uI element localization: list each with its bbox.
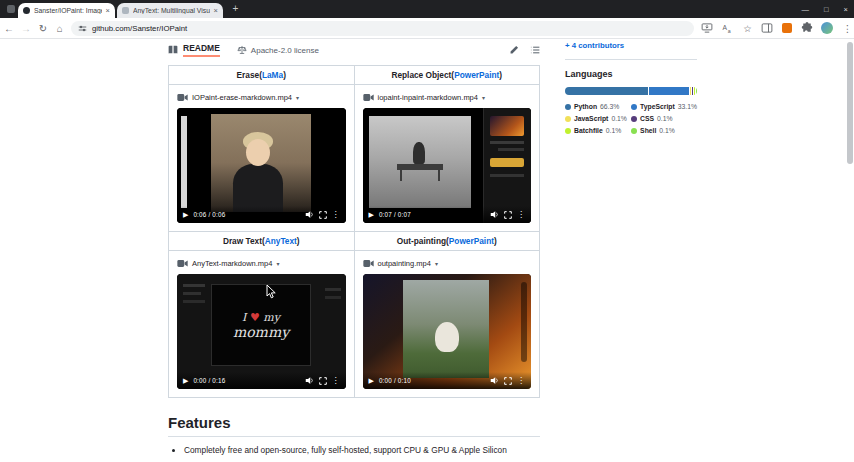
video-art	[490, 158, 524, 167]
tab-anytext[interactable]: AnyText: Multilingual Visual ... ×	[117, 3, 223, 18]
video-art	[183, 300, 205, 303]
header-text: Erase(	[237, 70, 262, 80]
fullscreen-icon[interactable]	[504, 377, 512, 385]
extensions-puzzle-icon[interactable]	[801, 22, 814, 35]
language-bar[interactable]	[565, 87, 697, 95]
video-art	[400, 170, 440, 181]
language-name: CSS	[640, 115, 654, 122]
browser-menu-icon[interactable]: ⋮	[841, 22, 854, 35]
address-bar[interactable]: github.com/Sanster/IOPaint	[71, 21, 694, 36]
chevron-down-icon: ▾	[482, 94, 485, 101]
license-link[interactable]: Apache-2.0 license	[237, 45, 319, 55]
edit-pencil-icon[interactable]	[509, 45, 519, 55]
play-button[interactable]: ▶	[369, 377, 374, 385]
side-panel-icon[interactable]	[761, 22, 774, 35]
minimize-button[interactable]: —	[802, 5, 810, 14]
video-art	[413, 142, 425, 164]
language-bar-segment	[692, 87, 693, 95]
bookmark-star-icon[interactable]: ☆	[741, 22, 754, 35]
heart-icon: ♥	[250, 311, 260, 324]
fullscreen-icon[interactable]	[319, 211, 327, 219]
language-python[interactable]: Python 66.3%	[565, 103, 629, 110]
tab-close-icon[interactable]: ×	[214, 6, 218, 15]
browser-toolbar: ← → ↻ ⌂ github.com/Sanster/IOPaint A	[0, 18, 854, 39]
close-window-button[interactable]: ×	[844, 5, 848, 14]
video-details-toggle[interactable]: IOPaint-erase-markdown.mp4 ▾	[177, 93, 346, 102]
video-details-toggle[interactable]: iopaint-inpaint-markdown.mp4 ▾	[363, 93, 532, 102]
table-header-draw-text: Draw Text(AnyText)	[169, 232, 355, 251]
volume-icon[interactable]	[305, 210, 314, 219]
more-options-icon[interactable]: ⋮	[517, 376, 525, 385]
video-details-toggle[interactable]: outpainting.mp4 ▾	[363, 259, 532, 268]
language-typescript[interactable]: TypeScript 33.1%	[631, 103, 697, 110]
video-details-toggle[interactable]: AnyText-markdown.mp4 ▾	[177, 259, 346, 268]
profile-avatar[interactable]	[821, 22, 834, 35]
link-powerpaint[interactable]: PowerPaint	[454, 70, 499, 80]
scrollbar-thumb[interactable]	[847, 42, 853, 164]
svg-text:A: A	[723, 24, 728, 31]
language-shell[interactable]: Shell 0.1%	[631, 127, 697, 134]
volume-icon[interactable]	[490, 376, 499, 385]
volume-icon[interactable]	[490, 210, 499, 219]
volume-icon[interactable]	[305, 376, 314, 385]
table-cell-erase-video: IOPaint-erase-markdown.mp4 ▾ ▶	[169, 85, 355, 232]
install-app-icon[interactable]	[701, 22, 714, 35]
anytext-line1: I ♥ my	[242, 311, 280, 324]
chevron-down-icon: ▾	[276, 260, 279, 267]
site-settings-icon[interactable]	[78, 24, 87, 33]
play-button[interactable]: ▶	[183, 211, 188, 219]
video-filename: AnyText-markdown.mp4	[192, 259, 272, 268]
language-percent: 33.1%	[678, 103, 697, 110]
back-button[interactable]: ←	[1, 23, 17, 34]
more-options-icon[interactable]: ⋮	[332, 376, 340, 385]
feature-text: Completely free and open-source, fully s…	[184, 445, 507, 455]
language-bar-segment	[694, 87, 695, 95]
readme-content: README Apache-2.0 license	[168, 42, 540, 462]
outline-list-icon[interactable]	[530, 45, 540, 55]
video-art	[183, 292, 201, 295]
extension-orange-icon[interactable]	[781, 22, 794, 35]
window-menu-icon[interactable]	[7, 5, 15, 13]
more-options-icon[interactable]: ⋮	[517, 210, 525, 219]
translate-icon[interactable]: A a	[721, 22, 734, 35]
header-text: Draw Text(	[223, 236, 265, 246]
header-text: )	[283, 70, 286, 80]
video-art	[490, 116, 524, 136]
language-color-dot	[631, 104, 637, 110]
table-header-replace-object: Replace Object(PowerPaint)	[355, 66, 541, 85]
browser-window: Sanster/IOPaint: Image inpai... × AnyTex…	[0, 0, 854, 462]
link-lama[interactable]: LaMa	[262, 70, 283, 80]
fullscreen-icon[interactable]	[319, 377, 327, 385]
table-cell-anytext-video: AnyText-markdown.mp4 ▾ I ♥ my m	[169, 251, 355, 398]
video-player-anytext[interactable]: I ♥ my mommy ▶ 0:00 / 0:16	[177, 274, 346, 389]
video-art	[183, 284, 205, 287]
video-player-inpaint[interactable]: ▶ 0:07 / 0:07 ⋮	[363, 108, 532, 223]
chevron-down-icon: ▾	[296, 94, 299, 101]
readme-tab[interactable]: README	[183, 43, 220, 57]
language-css[interactable]: CSS 0.1%	[631, 115, 697, 122]
play-button[interactable]: ▶	[183, 377, 188, 385]
link-powerpaint[interactable]: PowerPaint	[449, 236, 494, 246]
fullscreen-icon[interactable]	[504, 211, 512, 219]
maximize-button[interactable]: □	[824, 5, 829, 14]
tab-title: Sanster/IOPaint: Image inpai...	[34, 7, 102, 14]
language-batchfile[interactable]: Batchfile 0.1%	[565, 127, 629, 134]
link-anytext[interactable]: AnyText	[265, 236, 297, 246]
sidebar-divider	[565, 59, 697, 60]
tab-close-icon[interactable]: ×	[106, 6, 110, 15]
play-button[interactable]: ▶	[369, 211, 374, 219]
table-cell-inpaint-video: iopaint-inpaint-markdown.mp4 ▾	[355, 85, 541, 232]
home-button[interactable]: ⌂	[52, 23, 68, 34]
video-player-erase[interactable]: ▶ 0:06 / 0:06 ⋮	[177, 108, 346, 223]
new-tab-button[interactable]: +	[229, 3, 242, 16]
forward-button[interactable]: →	[18, 23, 34, 34]
video-player-outpainting[interactable]: ▶ 0:00 / 0:10 ⋮	[363, 274, 532, 389]
language-javascript[interactable]: JavaScript 0.1%	[565, 115, 629, 122]
reload-button[interactable]: ↻	[35, 23, 51, 34]
contributors-link[interactable]: + 4 contributors	[565, 41, 697, 50]
language-percent: 0.1%	[657, 115, 673, 122]
video-time: 0:07 / 0:07	[379, 211, 411, 218]
mouse-cursor	[266, 284, 278, 300]
tab-iopaint[interactable]: Sanster/IOPaint: Image inpai... ×	[18, 3, 115, 18]
more-options-icon[interactable]: ⋮	[332, 210, 340, 219]
